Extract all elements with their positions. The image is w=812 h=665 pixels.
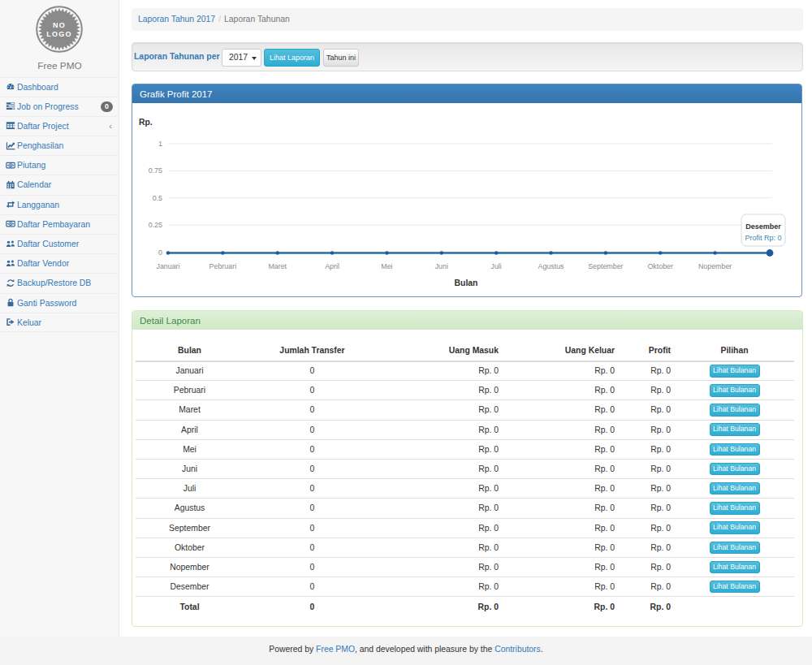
- svg-text:Agustus: Agustus: [538, 262, 564, 270]
- svg-text:1: 1: [158, 140, 162, 148]
- svg-text:0.25: 0.25: [149, 221, 162, 229]
- svg-text:Profit Rp: 0: Profit Rp: 0: [745, 234, 781, 242]
- svg-text:LOGO: LOGO: [46, 30, 72, 38]
- svg-text:0.75: 0.75: [149, 166, 162, 175]
- svg-text:NO: NO: [53, 21, 66, 29]
- svg-text:Maret: Maret: [268, 262, 287, 270]
- svg-text:April: April: [325, 262, 339, 270]
- svg-text:Desember: Desember: [745, 222, 781, 231]
- svg-text:Mei: Mei: [381, 262, 392, 270]
- svg-text:September: September: [588, 262, 623, 270]
- svg-text:Oktober: Oktober: [647, 262, 673, 270]
- svg-text:0: 0: [158, 248, 162, 257]
- svg-text:0.5: 0.5: [153, 194, 162, 202]
- svg-text:Bulan: Bulan: [455, 279, 478, 287]
- svg-text:Juli: Juli: [490, 262, 501, 270]
- svg-text:Pebruari: Pebruari: [209, 262, 237, 270]
- svg-text:Juni: Juni: [435, 262, 448, 270]
- svg-text:Nopember: Nopember: [698, 262, 732, 270]
- svg-text:Januari: Januari: [156, 262, 179, 270]
- svg-text:Rp.: Rp.: [139, 118, 153, 127]
